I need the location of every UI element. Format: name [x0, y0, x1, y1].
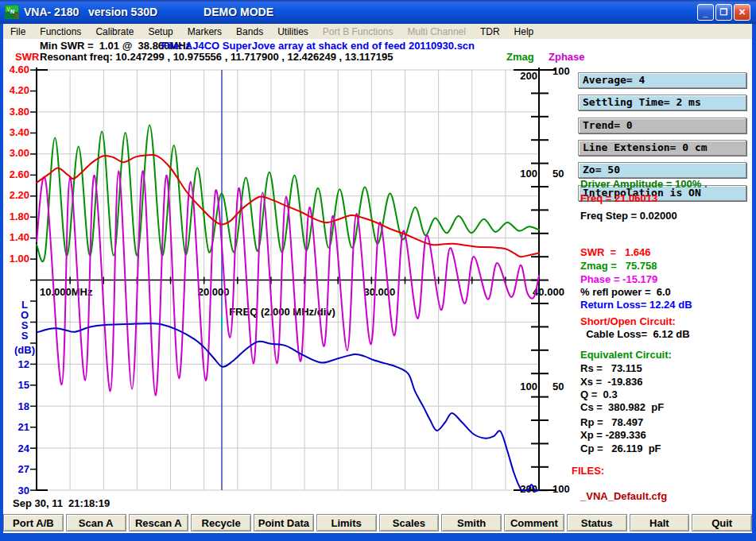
- zphase-tick-label: 50: [552, 381, 564, 392]
- zphase-tick-label: 100: [552, 65, 570, 77]
- swr-tick-label: 1.00: [10, 253, 29, 265]
- curve-loss: [37, 323, 539, 491]
- app-window: V N A VNA- 2180 version 530D DEMO MODE _…: [0, 0, 756, 541]
- zmag-tick-label: 100: [520, 381, 537, 392]
- scan-a-button[interactable]: Scan A: [66, 514, 126, 531]
- curve-zphase: [37, 171, 539, 396]
- swr-tick-label: 3.80: [10, 106, 29, 118]
- rescan-a-button[interactable]: Rescan A: [129, 514, 189, 531]
- loss-tick-label: 27: [18, 463, 29, 475]
- loss-axis-title: (dB): [14, 344, 35, 356]
- zphase-tick-label: 100: [552, 483, 570, 495]
- zmag-tick-label: 100: [520, 168, 537, 180]
- loss-tick-label: 24: [18, 442, 30, 454]
- status-button[interactable]: Status: [567, 514, 627, 531]
- swr-tick-label: 1.80: [10, 211, 29, 222]
- sweep-chart: 4.604.203.803.403.002.602.201.801.401.00…: [0, 0, 756, 541]
- recycle-button[interactable]: Recycle: [191, 514, 251, 531]
- halt-button[interactable]: Halt: [630, 514, 690, 531]
- button-bar: Port A/BScan ARescan ARecyclePoint DataL…: [3, 514, 752, 531]
- loss-tick-label: 18: [18, 400, 29, 412]
- freq-tick-label: 40.000: [533, 286, 564, 298]
- swr-tick-label: 1.40: [10, 231, 29, 243]
- swr-tick-label: 4.60: [10, 64, 29, 75]
- port-a-b-button[interactable]: Port A/B: [3, 514, 64, 531]
- zmag-tick-label: 200: [520, 70, 537, 82]
- smith-button[interactable]: Smith: [441, 514, 502, 531]
- swr-tick-label: 2.60: [10, 168, 29, 180]
- limits-button[interactable]: Limits: [316, 514, 377, 531]
- swr-tick-label: 2.20: [10, 189, 29, 201]
- swr-tick-label: 3.00: [10, 147, 29, 159]
- comment-button[interactable]: Comment: [504, 514, 564, 531]
- freq-tick-label: 30.000: [363, 286, 395, 298]
- loss-tick-label: 15: [18, 379, 29, 391]
- loss-axis-title: S: [21, 330, 29, 342]
- loss-tick-label: 30: [18, 485, 29, 497]
- swr-tick-label: 4.20: [10, 84, 29, 96]
- quit-button[interactable]: Quit: [692, 514, 752, 531]
- point-data-button[interactable]: Point Data: [254, 514, 314, 531]
- scales-button[interactable]: Scales: [379, 514, 440, 531]
- swr-tick-label: 3.40: [10, 126, 29, 138]
- loss-tick-label: 21: [18, 421, 29, 433]
- loss-tick-label: 12: [18, 358, 29, 370]
- curve-zmag: [37, 126, 539, 262]
- zphase-tick-label: 50: [552, 168, 564, 180]
